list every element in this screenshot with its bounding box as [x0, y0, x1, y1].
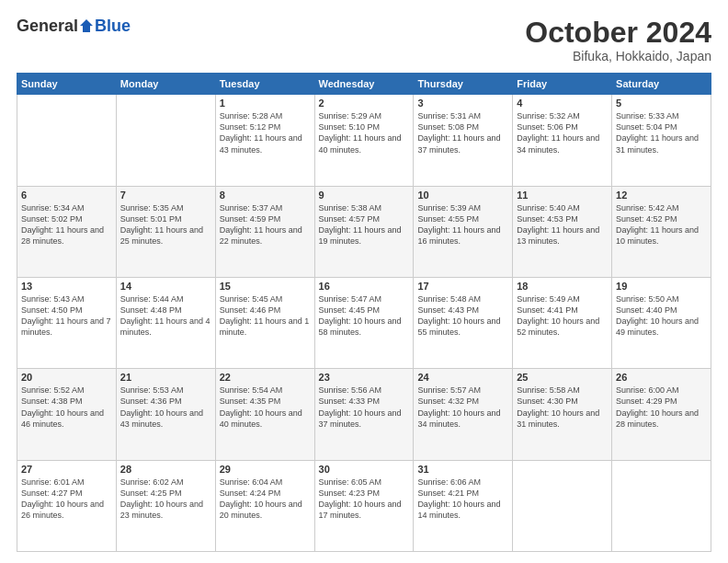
- table-row: 11Sunrise: 5:40 AM Sunset: 4:53 PM Dayli…: [513, 186, 612, 277]
- page: General Blue October 2024 Bifuka, Hokkai…: [0, 0, 728, 563]
- table-row: 18Sunrise: 5:49 AM Sunset: 4:41 PM Dayli…: [513, 277, 612, 368]
- table-row: [116, 95, 215, 186]
- col-sunday: Sunday: [17, 74, 117, 95]
- week-row-4: 20Sunrise: 5:52 AM Sunset: 4:38 PM Dayli…: [17, 369, 711, 460]
- day-number: 26: [616, 372, 707, 383]
- day-info: Sunrise: 5:32 AM Sunset: 5:06 PM Dayligh…: [517, 110, 608, 155]
- day-number: 6: [21, 190, 112, 201]
- day-info: Sunrise: 5:34 AM Sunset: 5:02 PM Dayligh…: [21, 202, 112, 247]
- day-number: 5: [616, 98, 707, 109]
- table-row: 4Sunrise: 5:32 AM Sunset: 5:06 PM Daylig…: [513, 95, 612, 186]
- day-info: Sunrise: 5:48 AM Sunset: 4:43 PM Dayligh…: [417, 293, 508, 339]
- logo-icon: [79, 18, 94, 33]
- location-subtitle: Bifuka, Hokkaido, Japan: [525, 49, 711, 63]
- day-number: 8: [220, 190, 311, 201]
- day-number: 11: [517, 190, 608, 201]
- day-number: 20: [21, 372, 112, 383]
- month-title: October 2024: [525, 17, 711, 49]
- day-number: 30: [319, 464, 410, 475]
- day-info: Sunrise: 5:44 AM Sunset: 4:48 PM Dayligh…: [120, 293, 211, 339]
- table-row: 5Sunrise: 5:33 AM Sunset: 5:04 PM Daylig…: [612, 95, 711, 186]
- title-section: October 2024 Bifuka, Hokkaido, Japan: [525, 17, 711, 63]
- day-number: 31: [417, 464, 508, 475]
- day-info: Sunrise: 6:00 AM Sunset: 4:29 PM Dayligh…: [616, 385, 707, 430]
- week-row-3: 13Sunrise: 5:43 AM Sunset: 4:50 PM Dayli…: [17, 277, 711, 368]
- day-number: 29: [220, 464, 311, 475]
- day-number: 2: [319, 98, 410, 109]
- day-number: 13: [21, 281, 112, 292]
- day-info: Sunrise: 5:53 AM Sunset: 4:36 PM Dayligh…: [120, 385, 211, 430]
- table-row: [513, 460, 612, 551]
- table-row: [17, 95, 117, 186]
- day-info: Sunrise: 5:47 AM Sunset: 4:45 PM Dayligh…: [319, 293, 410, 339]
- table-row: 27Sunrise: 6:01 AM Sunset: 4:27 PM Dayli…: [17, 460, 117, 551]
- col-tuesday: Tuesday: [215, 74, 314, 95]
- day-info: Sunrise: 5:56 AM Sunset: 4:33 PM Dayligh…: [319, 385, 410, 430]
- day-info: Sunrise: 5:35 AM Sunset: 5:01 PM Dayligh…: [120, 202, 211, 247]
- calendar-table: Sunday Monday Tuesday Wednesday Thursday…: [17, 73, 711, 552]
- day-number: 27: [21, 464, 112, 475]
- day-info: Sunrise: 6:02 AM Sunset: 4:25 PM Dayligh…: [120, 477, 211, 522]
- day-info: Sunrise: 5:39 AM Sunset: 4:55 PM Dayligh…: [417, 202, 508, 247]
- logo-blue-text: Blue: [95, 17, 131, 36]
- table-row: 24Sunrise: 5:57 AM Sunset: 4:32 PM Dayli…: [414, 369, 513, 460]
- day-number: 18: [517, 281, 608, 292]
- table-row: 3Sunrise: 5:31 AM Sunset: 5:08 PM Daylig…: [414, 95, 513, 186]
- col-saturday: Saturday: [612, 74, 711, 95]
- day-info: Sunrise: 5:49 AM Sunset: 4:41 PM Dayligh…: [517, 293, 608, 339]
- day-info: Sunrise: 5:33 AM Sunset: 5:04 PM Dayligh…: [616, 110, 707, 155]
- day-info: Sunrise: 5:42 AM Sunset: 4:52 PM Dayligh…: [616, 202, 707, 247]
- day-number: 9: [319, 190, 410, 201]
- day-number: 14: [120, 281, 211, 292]
- day-info: Sunrise: 5:58 AM Sunset: 4:30 PM Dayligh…: [517, 385, 608, 430]
- day-number: 22: [220, 372, 311, 383]
- col-wednesday: Wednesday: [314, 74, 414, 95]
- table-row: 17Sunrise: 5:48 AM Sunset: 4:43 PM Dayli…: [414, 277, 513, 368]
- table-row: 31Sunrise: 6:06 AM Sunset: 4:21 PM Dayli…: [414, 460, 513, 551]
- table-row: 2Sunrise: 5:29 AM Sunset: 5:10 PM Daylig…: [314, 95, 414, 186]
- table-row: [612, 460, 711, 551]
- day-number: 17: [417, 281, 508, 292]
- day-number: 10: [417, 190, 508, 201]
- logo-text: General Blue: [17, 17, 131, 36]
- day-number: 16: [319, 281, 410, 292]
- table-row: 23Sunrise: 5:56 AM Sunset: 4:33 PM Dayli…: [314, 369, 414, 460]
- day-info: Sunrise: 5:37 AM Sunset: 4:59 PM Dayligh…: [220, 202, 311, 247]
- day-info: Sunrise: 5:38 AM Sunset: 4:57 PM Dayligh…: [319, 202, 410, 247]
- table-row: 19Sunrise: 5:50 AM Sunset: 4:40 PM Dayli…: [612, 277, 711, 368]
- week-row-1: 1Sunrise: 5:28 AM Sunset: 5:12 PM Daylig…: [17, 95, 711, 186]
- week-row-2: 6Sunrise: 5:34 AM Sunset: 5:02 PM Daylig…: [17, 186, 711, 277]
- day-info: Sunrise: 5:29 AM Sunset: 5:10 PM Dayligh…: [319, 110, 410, 155]
- logo: General Blue: [17, 17, 131, 36]
- col-friday: Friday: [513, 74, 612, 95]
- day-info: Sunrise: 5:45 AM Sunset: 4:46 PM Dayligh…: [220, 293, 311, 339]
- table-row: 12Sunrise: 5:42 AM Sunset: 4:52 PM Dayli…: [612, 186, 711, 277]
- logo-general-text: General: [17, 17, 78, 36]
- day-number: 3: [417, 98, 508, 109]
- week-row-5: 27Sunrise: 6:01 AM Sunset: 4:27 PM Dayli…: [17, 460, 711, 551]
- day-info: Sunrise: 5:31 AM Sunset: 5:08 PM Dayligh…: [417, 110, 508, 155]
- day-number: 28: [120, 464, 211, 475]
- day-info: Sunrise: 5:50 AM Sunset: 4:40 PM Dayligh…: [616, 293, 707, 339]
- table-row: 10Sunrise: 5:39 AM Sunset: 4:55 PM Dayli…: [414, 186, 513, 277]
- day-info: Sunrise: 5:40 AM Sunset: 4:53 PM Dayligh…: [517, 202, 608, 247]
- table-row: 28Sunrise: 6:02 AM Sunset: 4:25 PM Dayli…: [116, 460, 215, 551]
- table-row: 25Sunrise: 5:58 AM Sunset: 4:30 PM Dayli…: [513, 369, 612, 460]
- table-row: 16Sunrise: 5:47 AM Sunset: 4:45 PM Dayli…: [314, 277, 414, 368]
- calendar-header-row: Sunday Monday Tuesday Wednesday Thursday…: [17, 74, 711, 95]
- day-info: Sunrise: 5:52 AM Sunset: 4:38 PM Dayligh…: [21, 385, 112, 430]
- day-number: 24: [417, 372, 508, 383]
- day-info: Sunrise: 5:43 AM Sunset: 4:50 PM Dayligh…: [21, 293, 112, 339]
- table-row: 21Sunrise: 5:53 AM Sunset: 4:36 PM Dayli…: [116, 369, 215, 460]
- col-monday: Monday: [116, 74, 215, 95]
- day-info: Sunrise: 6:05 AM Sunset: 4:23 PM Dayligh…: [319, 477, 410, 522]
- table-row: 22Sunrise: 5:54 AM Sunset: 4:35 PM Dayli…: [215, 369, 314, 460]
- day-number: 12: [616, 190, 707, 201]
- day-number: 19: [616, 281, 707, 292]
- day-number: 1: [220, 98, 311, 109]
- day-info: Sunrise: 6:06 AM Sunset: 4:21 PM Dayligh…: [417, 477, 508, 522]
- table-row: 15Sunrise: 5:45 AM Sunset: 4:46 PM Dayli…: [215, 277, 314, 368]
- table-row: 29Sunrise: 6:04 AM Sunset: 4:24 PM Dayli…: [215, 460, 314, 551]
- day-number: 23: [319, 372, 410, 383]
- table-row: 30Sunrise: 6:05 AM Sunset: 4:23 PM Dayli…: [314, 460, 414, 551]
